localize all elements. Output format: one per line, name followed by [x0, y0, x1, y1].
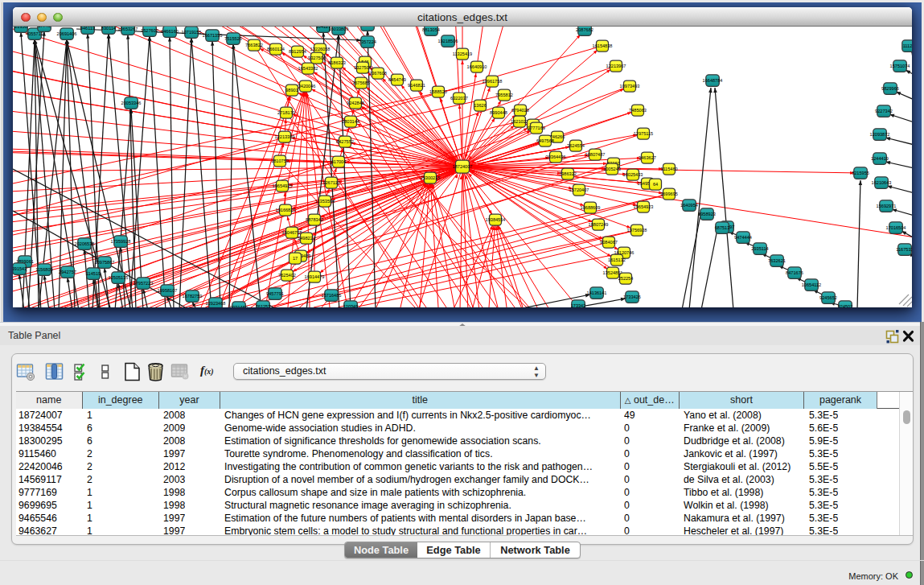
svg-text:15716485: 15716485 — [322, 293, 342, 298]
svg-text:12923468: 12923468 — [206, 301, 226, 306]
svg-text:20053346: 20053346 — [121, 101, 142, 105]
svg-text:15720407: 15720407 — [569, 187, 589, 192]
svg-text:391543: 391543 — [13, 266, 27, 271]
svg-text:2803144: 2803144 — [342, 119, 359, 124]
svg-text:1640954: 1640954 — [680, 203, 698, 208]
svg-text:10973493: 10973493 — [620, 84, 640, 89]
svg-text:20206538: 20206538 — [75, 241, 95, 246]
svg-text:11353594: 11353594 — [315, 199, 335, 204]
svg-text:2367608: 2367608 — [369, 71, 387, 76]
svg-text:12975115: 12975115 — [634, 131, 653, 136]
svg-text:16914479: 16914479 — [305, 274, 325, 279]
svg-text:10688609: 10688609 — [581, 205, 601, 210]
svg-text:946113: 946113 — [80, 27, 95, 31]
svg-text:8427552: 8427552 — [336, 139, 354, 144]
svg-text:10807487: 10807487 — [585, 152, 606, 157]
svg-text:9031469: 9031469 — [230, 305, 248, 307]
svg-text:16033809: 16033809 — [329, 27, 349, 31]
svg-text:19654923: 19654923 — [634, 204, 654, 209]
svg-text:3624554: 3624554 — [567, 143, 585, 148]
svg-text:16640910: 16640910 — [467, 64, 487, 69]
svg-text:9242848: 9242848 — [347, 101, 364, 105]
svg-text:9327506: 9327506 — [308, 56, 326, 60]
svg-text:20364436: 20364436 — [546, 154, 566, 159]
svg-text:417004: 417004 — [331, 159, 347, 164]
svg-text:1167533: 1167533 — [896, 247, 912, 252]
svg-text:9227342: 9227342 — [875, 109, 893, 113]
svg-text:64: 64 — [653, 182, 658, 187]
svg-text:9463627: 9463627 — [639, 155, 656, 160]
svg-text:8813054: 8813054 — [422, 27, 440, 32]
svg-text:10654112: 10654112 — [802, 282, 821, 287]
svg-text:8471676: 8471676 — [786, 270, 803, 275]
svg-text:8958923: 8958923 — [698, 212, 716, 216]
svg-text:8990448: 8990448 — [490, 110, 507, 115]
svg-text:23420046: 23420046 — [296, 84, 316, 89]
svg-text:9084067: 9084067 — [600, 240, 618, 245]
svg-text:12213389: 12213389 — [275, 134, 295, 139]
svg-text:11124: 11124 — [903, 43, 912, 48]
svg-text:9777169: 9777169 — [528, 126, 545, 130]
svg-text:14136141: 14136141 — [587, 290, 607, 295]
svg-text:16154838: 16154838 — [593, 43, 613, 48]
svg-text:9146821: 9146821 — [408, 83, 425, 88]
svg-text:9829966: 9829966 — [881, 86, 899, 91]
svg-text:10961758: 10961758 — [483, 79, 503, 84]
svg-text:19756928: 19756928 — [627, 228, 647, 233]
svg-text:12505135: 12505135 — [109, 275, 129, 280]
svg-text:16648784: 16648784 — [703, 78, 723, 83]
svg-text:15751074: 15751074 — [890, 64, 910, 68]
svg-text:17743: 17743 — [38, 27, 51, 28]
svg-text:687513: 687513 — [715, 225, 730, 230]
svg-text:8912954: 8912954 — [289, 49, 306, 54]
svg-text:7357224: 7357224 — [359, 39, 376, 44]
svg-text:7632621: 7632621 — [768, 258, 786, 263]
svg-text:19218506: 19218506 — [438, 39, 458, 43]
svg-text:1156809: 1156809 — [35, 267, 52, 272]
svg-text:19384554: 19384554 — [486, 217, 506, 222]
svg-text:8215955: 8215955 — [852, 171, 869, 175]
svg-text:17016504: 17016504 — [886, 225, 906, 230]
svg-text:3675685: 3675685 — [352, 80, 370, 85]
svg-text:17: 17 — [293, 256, 298, 261]
svg-text:252254: 252254 — [618, 276, 634, 281]
svg-text:10025433: 10025433 — [623, 172, 643, 177]
svg-text:2087682: 2087682 — [576, 27, 593, 32]
svg-text:6466160: 6466160 — [161, 29, 179, 34]
svg-text:830114: 830114 — [101, 27, 116, 31]
svg-text:1810753: 1810753 — [271, 159, 289, 163]
svg-text:2942757: 2942757 — [59, 270, 76, 274]
svg-text:3267110: 3267110 — [322, 180, 339, 185]
svg-text:10975867: 10975867 — [95, 260, 115, 265]
svg-text:9327508: 9327508 — [354, 65, 372, 70]
svg-text:120349: 120349 — [343, 304, 359, 307]
svg-text:1005243: 1005243 — [603, 167, 621, 171]
svg-text:7515526: 7515526 — [224, 36, 242, 41]
svg-text:13226058: 13226058 — [310, 47, 331, 51]
svg-text:9474444: 9474444 — [734, 235, 752, 240]
svg-text:16543382: 16543382 — [298, 66, 318, 71]
svg-text:16046758: 16046758 — [282, 230, 302, 235]
svg-text:7625402: 7625402 — [278, 273, 296, 278]
svg-text:18807249: 18807249 — [589, 222, 609, 227]
svg-text:10719155: 10719155 — [182, 30, 202, 35]
svg-text:2718170: 2718170 — [277, 110, 295, 115]
svg-text:5498222: 5498222 — [298, 236, 315, 241]
svg-text:7663822: 7663822 — [245, 43, 263, 47]
svg-text:1621022: 1621022 — [511, 119, 528, 124]
svg-text:173342: 173342 — [571, 303, 586, 307]
svg-text:2935114: 2935114 — [751, 246, 768, 251]
svg-text:1588520: 1588520 — [429, 89, 447, 94]
svg-text:7955812: 7955812 — [495, 93, 513, 97]
svg-text:1733426: 1733426 — [623, 295, 641, 299]
svg-text:9457791: 9457791 — [266, 291, 284, 296]
svg-text:12093872: 12093872 — [870, 132, 890, 137]
svg-text:10653267: 10653267 — [118, 27, 138, 31]
svg-text:1244419: 1244419 — [871, 156, 889, 161]
svg-text:15692971: 15692971 — [877, 204, 897, 208]
svg-text:9245652: 9245652 — [819, 295, 837, 300]
svg-text:8878342: 8878342 — [306, 217, 323, 222]
svg-text:1615132: 1615132 — [608, 257, 626, 262]
svg-text:16210643: 16210643 — [872, 180, 892, 185]
svg-text:6322037: 6322037 — [450, 96, 468, 101]
